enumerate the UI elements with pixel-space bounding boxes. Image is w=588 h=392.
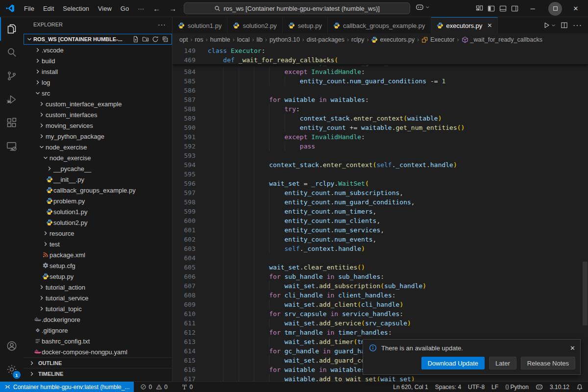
tree-item-src[interactable]: src [24,88,172,98]
code-line[interactable]: 598 entity_count.num_guard_conditions, [172,197,588,207]
tree-item-log[interactable]: log [24,77,172,88]
menu-item-file[interactable]: File [20,3,39,14]
activity-item-source-control[interactable] [0,64,24,88]
minimize-button[interactable]: ─ [524,0,541,17]
tree-item-dockerignore[interactable]: .dockerignore [24,314,172,325]
code-line[interactable]: 599 entity_count.num_timers, [172,207,588,216]
code-line[interactable]: 602 entity_count.num_events, [172,235,588,244]
code-line[interactable]: 589 context_stack.enter_context(waitable… [172,114,588,123]
breadcrumb-segment[interactable]: local [237,36,250,43]
section-timeline[interactable]: TIMELINE [24,368,172,379]
code-line[interactable]: 594 context_stack.enter_context(self._co… [172,160,588,170]
tree-item-init-py[interactable]: __init__.py [24,174,172,185]
tree-item-solution2-py[interactable]: solution2.py [24,217,172,228]
close-notification-icon[interactable]: ✕ [570,344,575,352]
tree-item-resource[interactable]: resource [24,228,172,239]
collapse-folders-icon[interactable] [162,36,169,43]
breadcrumb-segment[interactable]: python3.10 [270,36,300,43]
tree-item-node-exercise[interactable]: node_exercise [24,152,172,163]
activity-item-explorer[interactable] [0,17,24,41]
refresh-explorer-icon[interactable] [152,36,159,43]
tree-item-setup-py[interactable]: setup.py [24,271,172,282]
new-file-icon[interactable] [132,36,139,43]
tree-item-docker-compose-nongpu-yaml[interactable]: docker-compose-nongpu.yaml [24,346,172,357]
split-editor-icon[interactable] [561,22,568,29]
code-line[interactable]: 606 for sub_handle in sub_handles: [172,272,588,281]
tree-item-tutorial-topic[interactable]: tutorial_topic [24,303,172,314]
activity-item-extensions[interactable] [0,111,24,135]
close-window-button[interactable]: ✕ [567,0,584,17]
breadcrumb-method[interactable]: _wait_for_ready_callbacks [470,36,542,43]
code-line[interactable]: 600 entity_count.num_clients, [172,216,588,225]
code-line[interactable]: 601 entity_count.num_services, [172,225,588,235]
code-line[interactable]: 610 for srv_capsule in service_handles: [172,309,588,318]
tree-item-test[interactable]: test [24,239,172,249]
breadcrumb[interactable]: opt›ros›humble›local›lib›python3.10›dist… [172,33,588,46]
code-line[interactable]: 617 waitable.add_to_wait_set(wait_set) [172,374,588,381]
code-line[interactable]: 605 wait_set.clear_entities() [172,263,588,272]
code-line[interactable]: 612 for tmr_handle in timer_handles: [172,328,588,337]
later-button[interactable]: Later [489,357,516,369]
remote-indicator[interactable]: Container humble-gpu-env:latest (humble_… [0,382,134,392]
breadcrumb-segment[interactable]: lib [256,36,263,43]
code-line[interactable]: 609 wait_set.add_client(cli_handle) [172,300,588,309]
tree-item-gitignore[interactable]: .gitignore [24,325,172,336]
tree-item-build[interactable]: build [24,55,172,66]
toggle-panel-icon[interactable] [499,5,507,12]
code-line[interactable]: 603 self._context.handle) [172,244,588,253]
tree-item-node-exercise[interactable]: node_exercise [24,142,172,152]
tree-item-moving-services[interactable]: moving_services [24,120,172,131]
breadcrumb-segment[interactable]: humble [210,36,230,43]
sticky-scroll[interactable]: 149class Executor:469 def _wait_for_read… [172,46,588,65]
forward-arrow[interactable]: → [165,4,181,13]
code-line[interactable]: 597 entity_count.num_subscriptions, [172,188,588,197]
code-line[interactable]: 608 for cli_handle in client_handles: [172,291,588,300]
code-line[interactable]: 587 for waitable in waitables: [172,95,588,104]
tree-item-problem-py[interactable]: problem.py [24,196,172,206]
download-update-button[interactable]: Download Update [421,357,485,369]
menu-item-go[interactable]: Go [116,3,133,14]
code-line[interactable]: 586 [172,86,588,95]
cursor-position[interactable]: Ln 620, Col 1 [390,382,431,392]
copilot-status[interactable] [532,382,546,392]
toggle-primary-sidebar-icon[interactable] [488,5,495,12]
menu-item-selection[interactable]: Selection [58,3,93,14]
tree-item-bashrc-config-txt[interactable]: bashrc_config.txt [24,336,172,346]
tree-item-my-python-package[interactable]: my_python_package [24,131,172,142]
notifications-bell-icon[interactable] [573,382,588,392]
customize-layout-icon[interactable] [476,5,483,12]
new-folder-icon[interactable] [142,36,149,43]
back-arrow[interactable]: ← [148,4,165,13]
tab-setup-py[interactable]: setup.py [283,17,328,33]
tree-item-solution1-py[interactable]: solution1.py [24,206,172,217]
activity-item-account[interactable] [0,334,24,358]
breadcrumb-segment[interactable]: opt [179,36,188,43]
code-line[interactable]: 593 [172,151,588,160]
workspace-section-header[interactable]: ROS_WS [CONTAINER HUMBLE-... [24,34,172,45]
tree-item-custom-interfaces[interactable]: custom_interfaces [24,109,172,120]
code-line[interactable]: 591 except InvalidHandle: [172,132,588,142]
tab-callback_groups_example-py[interactable]: callback_groups_example.py [328,17,431,33]
copilot-menu[interactable] [416,3,430,11]
problems-indicator[interactable]: 0 0 [137,382,171,392]
tab-executors-py[interactable]: executors.py✕ [431,17,498,33]
code-line[interactable]: 584 except InvalidHandle: [172,67,588,76]
toggle-secondary-sidebar-icon[interactable] [511,5,518,12]
code-line[interactable]: 588 try: [172,104,588,114]
tree-item-vscode[interactable]: .vscode [24,45,172,55]
tab-solution2-py[interactable]: solution2.py [227,17,282,33]
tree-item-package-xml[interactable]: package.xml [24,249,172,260]
eol-status[interactable]: LF [488,382,502,392]
maximize-button[interactable] [547,0,564,17]
tree-item-pycache[interactable]: __pycache__ [24,163,172,174]
breadcrumb-class[interactable]: Executor [430,36,454,43]
sticky-line[interactable]: 469 def _wait_for_ready_callbacks( [172,55,588,65]
code-line[interactable]: 595 [172,170,588,179]
tree-item-tutorial-service[interactable]: tutorial_service [24,293,172,303]
python-interpreter[interactable]: 3.10.12 [546,382,573,392]
breadcrumb-segment[interactable]: ros [195,36,203,43]
section-outline[interactable]: OUTLINE [24,357,172,368]
code-editor[interactable]: 583 entity_count.num_guard_conditions +=… [172,46,588,381]
code-line[interactable]: 611 wait_set.add_service(srv_capsule) [172,318,588,328]
activity-item-search[interactable] [0,41,24,64]
